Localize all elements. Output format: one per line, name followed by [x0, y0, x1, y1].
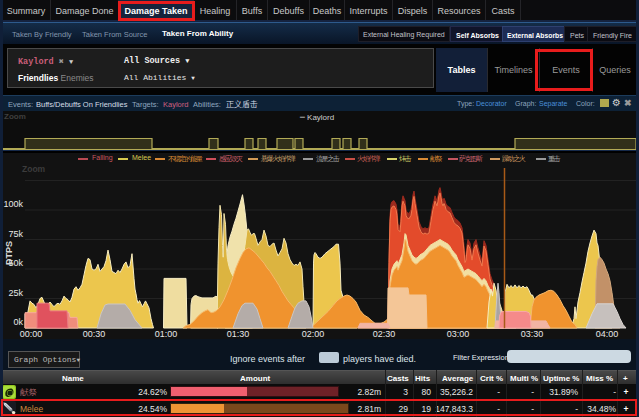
svg-text:03:30: 03:30 [521, 329, 544, 339]
svg-text:01:00: 01:00 [155, 329, 178, 339]
svg-text:DTPS: DTPS [4, 241, 14, 265]
svg-text:75k: 75k [8, 229, 23, 239]
svg-text:00:00: 00:00 [20, 329, 43, 339]
svg-text:100k: 100k [3, 199, 23, 209]
svg-text:0k: 0k [13, 317, 23, 327]
svg-text:01:30: 01:30 [227, 329, 250, 339]
svg-text:25k: 25k [8, 288, 23, 298]
svg-text:02:00: 02:00 [302, 329, 325, 339]
svg-text:02:30: 02:30 [373, 329, 396, 339]
svg-text:00:30: 00:30 [83, 329, 106, 339]
svg-text:03:00: 03:00 [447, 329, 470, 339]
svg-text:04:00: 04:00 [596, 329, 619, 339]
